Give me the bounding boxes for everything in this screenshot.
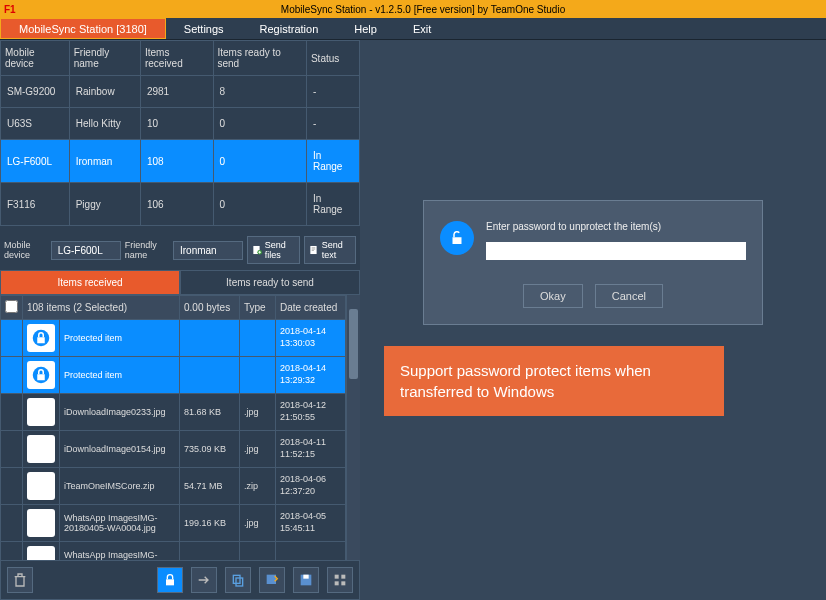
svg-rect-6 — [37, 374, 45, 380]
mobile-device-label: Mobile device — [4, 240, 47, 260]
unlock-icon — [440, 221, 474, 255]
device-col[interactable]: Status — [306, 41, 359, 76]
password-input[interactable] — [486, 242, 746, 260]
item-name: WhatsApp ImagesIMG-20180405-WA0004.jpg — [60, 505, 180, 542]
menu-registration[interactable]: Registration — [242, 18, 337, 39]
device-col[interactable]: Items ready to send — [213, 41, 306, 76]
selected-device-bar: Mobile device LG-F600L Friendly name Iro… — [0, 230, 360, 270]
mobile-device-field[interactable]: LG-F600L — [51, 241, 121, 260]
menu-settings[interactable]: Settings — [166, 18, 242, 39]
copy-button[interactable] — [225, 567, 251, 593]
item-thumb — [23, 542, 60, 561]
svg-rect-16 — [341, 581, 345, 585]
send-files-icon — [252, 243, 263, 257]
device-row[interactable]: LG-F600LIronman1080In Range — [1, 140, 360, 183]
device-row[interactable]: F3116Piggy1060In Range — [1, 183, 360, 226]
items-table: 108 items (2 Selected)0.00 bytesTypeDate… — [0, 295, 346, 560]
right-panel: Enter password to unprotect the item(s) … — [360, 40, 826, 600]
copy-icon — [230, 572, 246, 588]
menu-help[interactable]: Help — [336, 18, 395, 39]
item-name: Protected item — [60, 357, 180, 394]
item-thumb — [23, 357, 60, 394]
friendly-name-label: Friendly name — [125, 240, 169, 260]
item-row[interactable]: iDownloadImage0233.jpg81.68 KB.jpg2018-0… — [1, 394, 346, 431]
svg-rect-14 — [341, 575, 345, 579]
lock-icon — [162, 572, 178, 588]
menu-mobilesync-station-3180-[interactable]: MobileSync Station [3180] — [0, 18, 166, 39]
save-icon — [298, 572, 314, 588]
friendly-name-field[interactable]: Ironman — [173, 241, 243, 260]
item-row[interactable]: WhatsApp ImagesIMG-20180405-WA0004.jpg19… — [1, 505, 346, 542]
lock-button[interactable] — [157, 567, 183, 593]
svg-rect-15 — [335, 581, 339, 585]
device-col[interactable]: Mobile device — [1, 41, 70, 76]
item-row[interactable]: iDownloadImage0154.jpg735.09 KB.jpg2018-… — [1, 431, 346, 468]
grid-icon — [332, 572, 348, 588]
scrollbar-thumb[interactable] — [349, 309, 358, 379]
arrow-right-icon — [196, 572, 212, 588]
svg-rect-2 — [310, 246, 316, 254]
bottom-toolbar — [0, 560, 360, 600]
item-name: iTeamOneIMSCore.zip — [60, 468, 180, 505]
device-row[interactable]: U63SHello Kitty100- — [1, 108, 360, 140]
app-icon: F1 — [4, 4, 24, 15]
save-as-button[interactable] — [259, 567, 285, 593]
svg-rect-17 — [453, 237, 462, 244]
item-name: iDownloadImage0233.jpg — [60, 394, 180, 431]
item-thumb — [23, 468, 60, 505]
svg-rect-13 — [335, 575, 339, 579]
export-button[interactable] — [191, 567, 217, 593]
dialog-prompt: Enter password to unprotect the item(s) — [486, 221, 746, 232]
device-col[interactable]: Friendly name — [69, 41, 140, 76]
delete-button[interactable] — [7, 567, 33, 593]
grid-view-button[interactable] — [327, 567, 353, 593]
item-name: Protected item — [60, 320, 180, 357]
item-row[interactable]: Protected item2018-04-1413:30:03 — [1, 320, 346, 357]
titlebar: F1 MobileSync Station - v1.2.5.0 [Free v… — [0, 0, 826, 18]
left-panel: Mobile deviceFriendly nameItems received… — [0, 40, 360, 600]
cancel-button[interactable]: Cancel — [595, 284, 663, 308]
send-files-button[interactable]: Send files — [247, 236, 300, 264]
items-col[interactable]: Date created — [276, 296, 346, 320]
window-title: MobileSync Station - v1.2.5.0 [Free vers… — [24, 4, 822, 15]
items-tabs: Items received Items ready to send — [0, 270, 360, 295]
device-col[interactable]: Items received — [140, 41, 213, 76]
item-name: iDownloadImage0154.jpg — [60, 431, 180, 468]
svg-rect-12 — [303, 575, 308, 579]
item-thumb — [23, 394, 60, 431]
select-all-checkbox[interactable] — [5, 300, 18, 313]
item-thumb — [23, 505, 60, 542]
items-col[interactable]: 0.00 bytes — [180, 296, 240, 320]
svg-rect-4 — [37, 337, 45, 343]
items-col[interactable]: Type — [240, 296, 276, 320]
save-button[interactable] — [293, 567, 319, 593]
send-text-icon — [309, 243, 320, 257]
item-row[interactable]: Protected item2018-04-1413:29:32 — [1, 357, 346, 394]
password-dialog: Enter password to unprotect the item(s) … — [423, 200, 763, 325]
item-thumb — [23, 431, 60, 468]
feature-callout: Support password protect items when tran… — [384, 346, 724, 416]
send-text-button[interactable]: Send text — [304, 236, 356, 264]
items-summary: 108 items (2 Selected) — [23, 296, 180, 320]
save-pencil-icon — [264, 572, 280, 588]
trash-icon — [12, 572, 28, 588]
device-table: Mobile deviceFriendly nameItems received… — [0, 40, 360, 226]
svg-rect-7 — [166, 579, 174, 585]
item-thumb — [23, 320, 60, 357]
okay-button[interactable]: Okay — [523, 284, 583, 308]
tab-items-ready[interactable]: Items ready to send — [180, 270, 360, 295]
device-row[interactable]: SM-G9200Rainbow29818- — [1, 76, 360, 108]
item-name: WhatsApp ImagesIMG-20180404- — [60, 542, 180, 561]
item-row[interactable]: iTeamOneIMSCore.zip54.71 MB.zip2018-04-0… — [1, 468, 346, 505]
item-row[interactable]: WhatsApp ImagesIMG-20180404- — [1, 542, 346, 561]
items-scrollbar[interactable] — [346, 295, 360, 560]
menubar: MobileSync Station [3180]SettingsRegistr… — [0, 18, 826, 40]
tab-items-received[interactable]: Items received — [0, 270, 180, 295]
menu-exit[interactable]: Exit — [395, 18, 449, 39]
